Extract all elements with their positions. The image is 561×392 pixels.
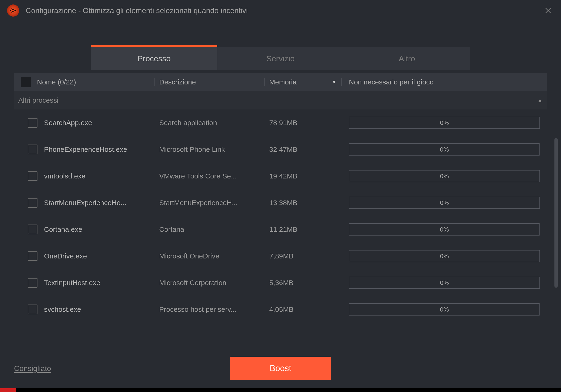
select-all-checkbox[interactable]	[21, 77, 31, 87]
config-dialog: Configurazione - Ottimizza gli elementi …	[0, 0, 561, 388]
process-memory: 19,42MB	[265, 172, 342, 180]
tabs: Processo Servizio Altro	[0, 47, 561, 70]
not-needed-cell: 0%	[342, 117, 540, 129]
not-needed-cell: 0%	[342, 277, 540, 289]
close-button[interactable]	[542, 5, 554, 16]
boost-button[interactable]: Boost	[230, 357, 331, 380]
titlebar: Configurazione - Ottimizza gli elementi …	[0, 0, 561, 21]
process-description: StartMenuExperienceH...	[154, 199, 265, 207]
process-memory: 5,36MB	[265, 279, 342, 287]
window-title: Configurazione - Ottimizza gli elementi …	[26, 6, 542, 15]
process-name: SearchApp.exe	[44, 119, 154, 127]
process-description: Microsoft Phone Link	[154, 145, 265, 154]
col-memory[interactable]: Memoria ▼	[264, 78, 341, 86]
not-needed-cell: 0%	[342, 170, 540, 182]
process-description: Microsoft Corporation	[154, 279, 265, 287]
tab-processo[interactable]: Processo	[91, 47, 217, 70]
table-row[interactable]: vmtoolsd.exeVMware Tools Core Se...19,42…	[14, 163, 547, 189]
not-needed-cell: 0%	[342, 223, 540, 236]
not-needed-cell: 0%	[342, 303, 540, 316]
row-checkbox[interactable]	[28, 305, 37, 314]
app-logo-icon	[7, 4, 19, 17]
process-description: Processo host per serv...	[154, 305, 265, 313]
tab-altro[interactable]: Altro	[344, 47, 470, 70]
col-memory-label: Memoria	[269, 78, 297, 86]
table-row[interactable]: OneDrive.exeMicrosoft OneDrive7,89MB0%	[14, 243, 547, 269]
usage-bar: 0%	[349, 250, 540, 262]
recommended-link[interactable]: Consigliato	[14, 364, 51, 373]
process-table: Nome (0/22) Descrizione Memoria ▼ Non ne…	[14, 73, 547, 323]
col-description[interactable]: Descrizione	[154, 78, 264, 86]
not-needed-cell: 0%	[342, 197, 540, 209]
process-memory: 13,38MB	[265, 199, 342, 207]
process-name: Cortana.exe	[44, 226, 154, 233]
col-name[interactable]: Nome (0/22)	[37, 78, 154, 86]
process-description: Cortana	[154, 226, 265, 233]
col-not-needed[interactable]: Non necessario per il gioco	[341, 78, 540, 86]
row-checkbox[interactable]	[28, 251, 37, 261]
row-checkbox[interactable]	[28, 144, 37, 154]
tab-servizio[interactable]: Servizio	[217, 47, 344, 70]
process-description: Microsoft OneDrive	[154, 252, 265, 260]
table-row[interactable]: Cortana.exeCortana11,21MB0%	[14, 216, 547, 243]
process-name: OneDrive.exe	[44, 252, 154, 260]
usage-bar: 0%	[349, 170, 540, 182]
process-memory: 4,05MB	[265, 305, 342, 313]
usage-bar: 0%	[349, 143, 540, 155]
column-headers: Nome (0/22) Descrizione Memoria ▼ Non ne…	[14, 73, 547, 91]
sort-desc-icon: ▼	[332, 79, 337, 85]
progress-strip	[0, 388, 16, 392]
process-memory: 78,91MB	[265, 119, 342, 127]
process-name: TextInputHost.exe	[44, 279, 154, 287]
process-memory: 32,47MB	[265, 145, 342, 154]
process-name: vmtoolsd.exe	[44, 172, 154, 180]
process-name: StartMenuExperienceHo...	[44, 199, 154, 207]
row-checkbox[interactable]	[28, 198, 37, 208]
usage-bar: 0%	[349, 197, 540, 209]
process-memory: 7,89MB	[265, 252, 342, 260]
collapse-icon: ▲	[537, 97, 543, 103]
row-checkbox[interactable]	[28, 171, 37, 181]
group-label: Altri processi	[18, 96, 59, 104]
row-checkbox[interactable]	[28, 118, 37, 128]
row-checkbox[interactable]	[28, 225, 37, 234]
process-memory: 11,21MB	[265, 226, 342, 233]
usage-bar: 0%	[349, 277, 540, 289]
table-row[interactable]: svchost.exeProcesso host per serv...4,05…	[14, 296, 547, 323]
process-name: svchost.exe	[44, 305, 154, 313]
table-row[interactable]: StartMenuExperienceHo...StartMenuExperie…	[14, 189, 547, 216]
group-other-processes[interactable]: Altri processi ▲	[14, 91, 547, 109]
process-name: PhoneExperienceHost.exe	[44, 145, 154, 154]
dialog-footer: Consigliato Boost	[0, 349, 561, 388]
table-row[interactable]: SearchApp.exeSearch application78,91MB0%	[14, 109, 547, 136]
not-needed-cell: 0%	[342, 250, 540, 262]
svg-point-0	[12, 9, 14, 12]
usage-bar: 0%	[349, 223, 540, 236]
table-row[interactable]: TextInputHost.exeMicrosoft Corporation5,…	[14, 269, 547, 296]
not-needed-cell: 0%	[342, 143, 540, 155]
process-description: VMware Tools Core Se...	[154, 172, 265, 180]
vertical-scrollbar[interactable]	[554, 138, 558, 288]
usage-bar: 0%	[349, 117, 540, 129]
table-row[interactable]: PhoneExperienceHost.exeMicrosoft Phone L…	[14, 136, 547, 163]
process-description: Search application	[154, 119, 265, 127]
usage-bar: 0%	[349, 303, 540, 316]
row-checkbox[interactable]	[28, 278, 37, 288]
